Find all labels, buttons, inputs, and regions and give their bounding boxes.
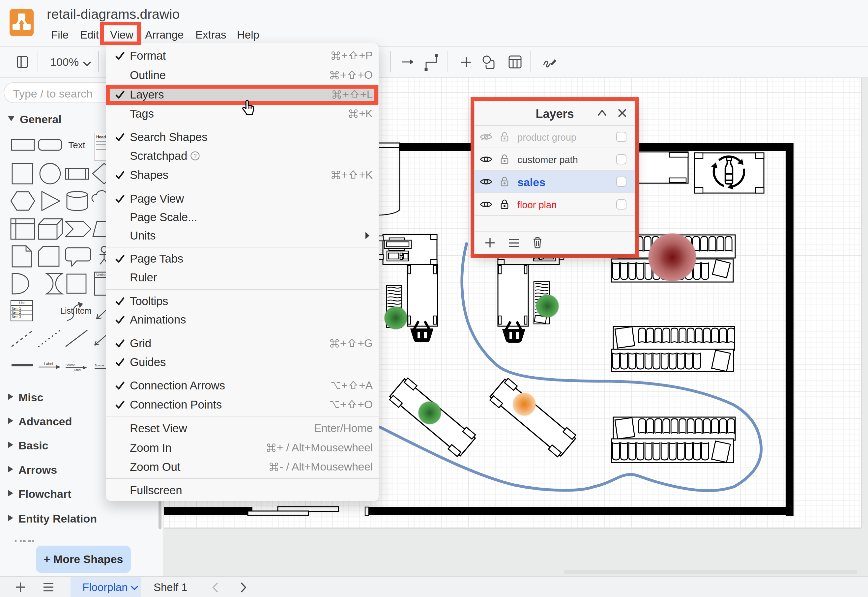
svg-text:List: List xyxy=(19,301,24,305)
svg-text:Label: Label xyxy=(74,368,81,372)
svg-text:Item 1: Item 1 xyxy=(12,307,21,310)
svg-text:?: ? xyxy=(194,153,197,159)
svg-text:Vertical: Vertical xyxy=(96,273,107,277)
svg-text:Item 3: Item 3 xyxy=(12,315,21,318)
svg-text:Source: Source xyxy=(95,364,104,367)
svg-text:Item 2: Item 2 xyxy=(12,311,21,314)
svg-text:Label: Label xyxy=(44,362,53,366)
svg-text:List Item: List Item xyxy=(60,306,91,315)
svg-text:Text: Text xyxy=(68,140,85,150)
svg-text:Source: Source xyxy=(65,364,75,367)
